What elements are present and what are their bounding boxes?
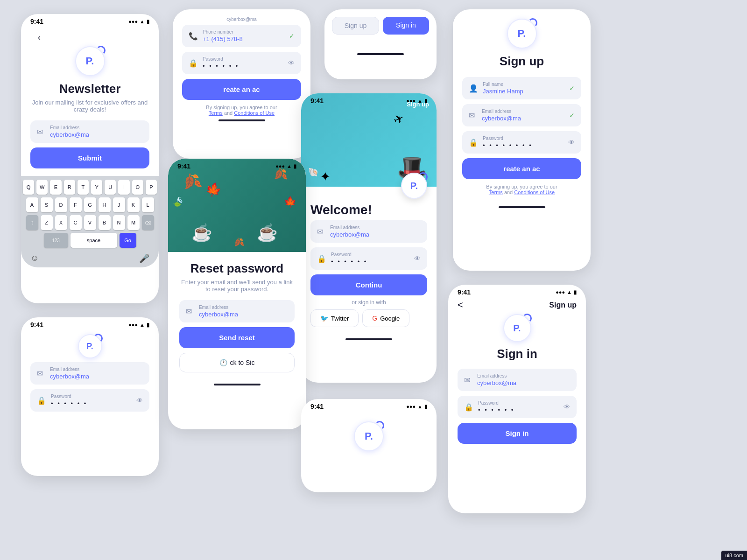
email-field-2[interactable]: ✉ Email address cyberbox@ma — [30, 362, 149, 385]
email-field-signup-full[interactable]: ✉ Email address cyberbox@ma ✓ — [462, 104, 581, 126]
terms-link[interactable]: Terms — [209, 110, 223, 116]
email-value-1: cyberbox@ma — [50, 131, 143, 138]
kb-n[interactable]: N — [113, 215, 125, 230]
kb-o[interactable]: O — [132, 180, 143, 195]
wifi-icon-2: ▲ — [140, 322, 145, 328]
kb-t[interactable]: T — [78, 180, 89, 195]
kb-delete[interactable]: ⌫ — [142, 215, 154, 230]
tab-signup[interactable]: Sign up — [332, 17, 379, 35]
password-field-top[interactable]: 🔒 Password • • • • • • 👁 — [182, 52, 301, 74]
kb-q[interactable]: Q — [23, 180, 34, 195]
eye-icon-top[interactable]: 👁 — [288, 59, 295, 67]
phone-field[interactable]: 📞 Phone number +1 (415) 578-8 ✓ — [182, 25, 301, 47]
kb-d[interactable]: D — [55, 197, 67, 212]
password-dots-2: • • • • • • — [51, 400, 132, 407]
password-dots-welcome: • • • • • • — [331, 258, 409, 265]
status-bar-2: 9:41 ●●● ▲ ▮ — [21, 317, 159, 330]
conditions-link[interactable]: Conditions of Use — [234, 110, 275, 116]
kb-e[interactable]: E — [50, 180, 61, 195]
emoji-icon[interactable]: ☺ — [30, 253, 39, 264]
terms-link-sf[interactable]: Terms — [489, 189, 503, 195]
kb-b[interactable]: B — [99, 215, 111, 230]
email-field-signin-full[interactable]: ✉ Email address cyberbox@ma — [458, 369, 577, 391]
logo-arc-1 — [96, 46, 106, 55]
twitter-button[interactable]: 🐦 Twitter — [310, 309, 359, 327]
phone-icon: 📞 — [189, 32, 198, 41]
social-buttons: 🐦 Twitter G Google — [310, 309, 427, 327]
kb-m[interactable]: M — [127, 215, 140, 230]
email-icon-sif: ✉ — [464, 376, 472, 385]
submit-button[interactable]: Submit — [30, 147, 149, 168]
kb-p[interactable]: P — [146, 180, 157, 195]
google-button[interactable]: G Google — [362, 309, 409, 327]
email-field-1[interactable]: ✉ Email address cyberbox@ma — [30, 120, 149, 143]
email-icon-2: ✉ — [37, 369, 45, 378]
app-logo-partial: P. — [354, 421, 384, 451]
kb-l[interactable]: L — [142, 197, 154, 212]
eye-icon-sif[interactable]: 👁 — [564, 403, 570, 411]
wifi-icon-sf: ▲ — [567, 289, 572, 295]
conditions-link-sf[interactable]: Conditions of Use — [514, 189, 555, 195]
kb-j[interactable]: J — [113, 197, 125, 212]
wifi-icon-p: ▲ — [417, 404, 423, 409]
back-button-1[interactable]: ‹ — [30, 33, 149, 46]
welcome-title: Welcome! — [310, 203, 427, 217]
app-logo-signup: P. — [507, 19, 537, 49]
kb-123[interactable]: 123 — [44, 233, 68, 248]
password-field-sif[interactable]: 🔒 Password • • • • • • 👁 — [458, 396, 577, 418]
time-reset: 9:41 — [177, 162, 190, 170]
continue-button[interactable]: Continu — [310, 274, 427, 295]
kb-c[interactable]: C — [70, 215, 82, 230]
kb-a[interactable]: A — [26, 197, 38, 212]
kb-i[interactable]: I — [118, 180, 129, 195]
signup-full-title: Sign up — [500, 54, 544, 69]
status-bar-partial: 9:41 ●●● ▲ ▮ — [301, 399, 437, 412]
email-top: cyberbox@ma — [182, 17, 301, 22]
kb-go[interactable]: Go — [120, 233, 136, 248]
signup-overlay-label: Sign up — [407, 101, 429, 108]
kb-u[interactable]: U — [105, 180, 116, 195]
email-value-2: cyberbox@ma — [50, 373, 143, 380]
kb-y[interactable]: Y — [91, 180, 102, 195]
eye-icon-2[interactable]: 👁 — [136, 397, 143, 404]
kb-k[interactable]: K — [127, 197, 140, 212]
kb-s[interactable]: S — [41, 197, 53, 212]
kb-h[interactable]: H — [99, 197, 111, 212]
send-reset-button[interactable]: Send reset — [179, 327, 295, 348]
kb-v[interactable]: V — [84, 215, 96, 230]
signin-bottom-left-screen: 9:41 ●●● ▲ ▮ P. ✉ Email address cyberbox… — [21, 317, 159, 476]
password-field-2[interactable]: 🔒 Password • • • • • • 👁 — [30, 389, 149, 412]
create-account-sf-button[interactable]: reate an ac — [462, 158, 581, 179]
password-label-2: Password — [51, 394, 132, 399]
cup-1: ☕ — [191, 223, 212, 243]
kb-g[interactable]: G — [84, 197, 96, 212]
tab-signin[interactable]: Sign in — [383, 17, 429, 35]
kb-space[interactable]: space — [70, 233, 117, 248]
kb-shift[interactable]: ⇧ — [26, 215, 38, 230]
battery-icon-sf: ▮ — [574, 289, 577, 295]
back-to-signin-button[interactable]: 🕐 ck to Sic — [179, 353, 295, 372]
email-field-welcome[interactable]: ✉ Email address cyberbox@ma — [310, 220, 427, 243]
kb-w[interactable]: W — [36, 180, 48, 195]
mic-icon[interactable]: 🎤 — [139, 253, 149, 264]
password-field-welcome[interactable]: 🔒 Password • • • • • • 👁 — [310, 247, 427, 270]
kb-z[interactable]: Z — [41, 215, 53, 230]
nav-bar-top — [218, 119, 265, 121]
auth-tabs-screen: Sign up Sign in — [324, 9, 437, 79]
battery-icon-2: ▮ — [147, 322, 149, 328]
fullname-field[interactable]: 👤 Full name Jasmine Hamp ✓ — [462, 77, 581, 99]
fullname-label: Full name — [483, 82, 564, 87]
eye-icon-welcome[interactable]: 👁 — [414, 255, 421, 262]
password-field-sf[interactable]: 🔒 Password • • • • • • • • 👁 — [462, 131, 581, 154]
email-field-reset[interactable]: ✉ Email address cyberbox@ma — [179, 300, 295, 322]
create-account-button[interactable]: reate an ac — [182, 79, 301, 100]
kb-row-2: A S D F G H J K L — [23, 197, 157, 212]
kb-f[interactable]: F — [70, 197, 82, 212]
kb-r[interactable]: R — [64, 180, 75, 195]
signin-button[interactable]: Sign in — [458, 423, 577, 444]
back-button-signin[interactable]: < — [458, 300, 463, 310]
password-label-welcome: Password — [331, 252, 409, 257]
kb-x[interactable]: X — [55, 215, 67, 230]
email-label-reset: Email address — [199, 305, 288, 310]
eye-icon-sf[interactable]: 👁 — [568, 139, 575, 146]
